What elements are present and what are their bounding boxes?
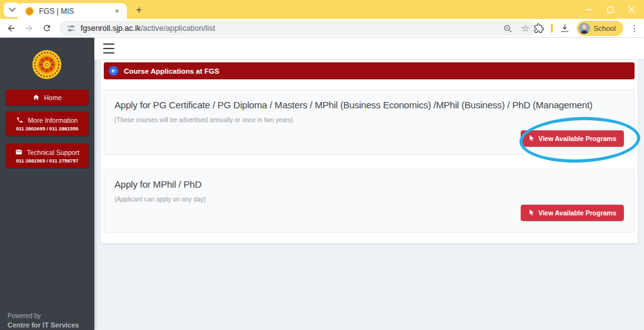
sidebar-item-phones: 011 2881565 / 011 2758757: [16, 158, 78, 164]
theme-separator: [551, 24, 553, 33]
card-subtitle: (These courses will be advertised annual…: [114, 117, 624, 123]
window-controls: [585, 0, 640, 19]
back-arrow-icon: [6, 23, 16, 33]
omnibox-actions: ☆: [503, 23, 530, 34]
application-card-mphil-phd: Apply for MPhil / PhD (Applicant can app…: [104, 169, 635, 233]
chevron-down-icon: [9, 8, 16, 12]
minimize-button[interactable]: [585, 6, 592, 13]
button-label: View Available Programs: [538, 135, 616, 142]
sidebar-item-technical-support[interactable]: Technical Support 011 2881565 / 011 2758…: [6, 144, 89, 168]
url-path: /active/application/list: [141, 24, 215, 33]
download-icon[interactable]: [560, 23, 570, 33]
powered-by-text: Powered by: [8, 312, 79, 319]
sidebar-item-phones: 011 2802695 / 011 2881550: [16, 126, 78, 132]
sidebar-item-more-information[interactable]: More Information 011 2802695 / 011 28815…: [6, 111, 89, 136]
view-available-programs-button[interactable]: View Available Programs: [521, 130, 624, 147]
browser-tab[interactable]: FGS | MIS ×: [18, 3, 127, 19]
menu-kebab-icon[interactable]: ⋮: [630, 23, 639, 33]
button-label: View Available Programs: [538, 209, 616, 217]
site-settings-tune-icon[interactable]: [67, 24, 75, 33]
close-window-button[interactable]: [628, 6, 635, 13]
university-logo: [32, 50, 62, 79]
phone-icon: [16, 117, 23, 123]
extensions-puzzle-icon[interactable]: [534, 23, 544, 33]
centre-it-services-text: Centre for IT Services: [8, 321, 79, 329]
maximize-button[interactable]: [606, 6, 614, 13]
page-header-bar: Course Applications at FGS: [104, 62, 635, 79]
card-title: Apply for MPhil / PhD: [114, 179, 624, 190]
url-text: fgsenroll.sjp.ac.lk/active/application/l…: [80, 24, 503, 33]
forward-arrow-icon: [24, 23, 34, 33]
application-card-pg-programs: Apply for PG Certificate / PG Diploma / …: [104, 89, 635, 155]
page: FGS | MIS × +: [0, 0, 644, 330]
url-domain: fgsenroll.sjp.ac.lk: [80, 24, 141, 33]
browser-titlebar: FGS | MIS × +: [0, 0, 644, 19]
browser-toolbar: fgsenroll.sjp.ac.lk/active/application/l…: [0, 19, 644, 38]
sidebar: Home More Information 011 2802695 / 011 …: [0, 38, 94, 330]
sidebar-footer: Powered by Centre for IT Services: [8, 312, 79, 329]
mail-icon: [15, 149, 23, 156]
cursor-icon: [528, 209, 535, 217]
page-title: Course Applications at FGS: [124, 67, 219, 75]
back-button[interactable]: [3, 20, 20, 37]
zoom-out-icon[interactable]: [503, 24, 513, 33]
view-available-programs-button[interactable]: View Available Programs: [521, 205, 624, 221]
new-tab-button[interactable]: +: [132, 3, 146, 17]
profile-chip[interactable]: School: [577, 21, 623, 36]
back-circle-button[interactable]: [109, 66, 118, 76]
profile-avatar: [579, 23, 590, 34]
address-bar[interactable]: fgsenroll.sjp.ac.lk/active/application/l…: [59, 21, 536, 36]
toolbar-right: School ⋮: [534, 19, 639, 38]
refresh-icon: [42, 23, 52, 33]
back-arrow-icon: [111, 68, 116, 74]
top-navbar: [94, 38, 644, 60]
site-favicon-logo: [25, 7, 34, 16]
sidebar-item-label: Technical Support: [27, 149, 79, 156]
home-icon: [33, 94, 40, 101]
cursor-icon: [528, 135, 535, 142]
forward-button[interactable]: [20, 20, 38, 37]
profile-name: School: [594, 25, 616, 32]
refresh-button[interactable]: [38, 20, 55, 37]
tab-title: FGS | MIS: [39, 7, 112, 16]
sidebar-item-label: More Information: [28, 117, 77, 124]
sidebar-item-home[interactable]: Home: [6, 89, 89, 105]
sidebar-item-label: Home: [44, 94, 62, 101]
card-title: Apply for PG Certificate / PG Diploma / …: [114, 100, 624, 110]
hamburger-menu-icon[interactable]: [103, 43, 114, 54]
tab-close-icon[interactable]: ×: [112, 6, 122, 16]
bookmark-star-icon[interactable]: ☆: [521, 23, 530, 34]
card-subtitle: (Applicant can apply on any day): [114, 196, 624, 203]
